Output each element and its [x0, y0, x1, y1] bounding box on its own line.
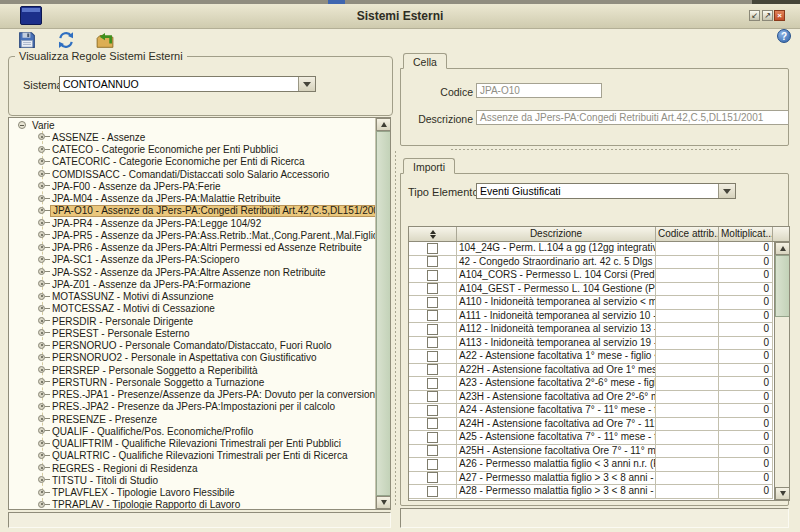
tree-node-icon[interactable] — [38, 427, 50, 435]
table-row[interactable]: A25 - Astensione facoltativa 7° - 11° me… — [409, 431, 789, 445]
table-row[interactable]: A104_GEST - Permesso L. 104 Gestione (Pr… — [409, 283, 789, 297]
tree-node-icon[interactable] — [38, 293, 50, 301]
row-checkbox[interactable] — [427, 391, 438, 402]
table-scrollbar[interactable] — [774, 242, 789, 500]
table-row[interactable]: 104_24G - Perm. L.104 a gg (12gg integra… — [409, 242, 789, 256]
tree-node-icon[interactable] — [38, 317, 50, 325]
row-checkbox[interactable] — [427, 337, 438, 348]
row-checkbox[interactable] — [427, 418, 438, 429]
minimize-button[interactable]: ↙ — [749, 10, 760, 21]
exit-button[interactable] — [95, 31, 115, 51]
tree-node-icon[interactable] — [38, 231, 50, 239]
tree-item[interactable]: JPA-SS2 - Assenze da JPers-PA:Altre Asse… — [9, 266, 374, 278]
table-row[interactable]: A23 - Astensione facoltativa 2°-6° mese … — [409, 377, 789, 391]
tree-node-icon[interactable] — [38, 366, 50, 374]
table-row[interactable]: A26 - Permesso malattia figlio < 3 anni … — [409, 458, 789, 472]
scroll-up-button[interactable] — [376, 118, 391, 131]
title-bar[interactable]: Sistemi Esterni ↙ ↗ × — [0, 4, 800, 29]
row-checkbox[interactable] — [427, 351, 438, 362]
tree-item[interactable]: JPA-O10 - Assenze da JPers-PA:Congedi Re… — [9, 205, 374, 217]
tree-node-icon[interactable] — [38, 268, 50, 276]
row-checkbox[interactable] — [427, 283, 438, 294]
tree-item[interactable]: CATECO - Categorie Economiche per Enti P… — [9, 144, 374, 156]
tree-root-item[interactable]: Varie — [9, 119, 374, 131]
tree-node-icon[interactable] — [38, 280, 50, 288]
tree-item[interactable]: QUALRTRIC - Qualifiche Rilevazioni Trime… — [9, 450, 374, 462]
table-row[interactable]: A23H - Astensione facoltativa ad Ore 2°-… — [409, 391, 789, 405]
tree-item[interactable]: PERSDIR - Personale Dirigente — [9, 315, 374, 327]
tree-item[interactable]: QUALIFTRIM - Qualifiche Rilevazioni Trim… — [9, 438, 374, 450]
tree-node-icon[interactable] — [38, 207, 50, 215]
tree-scrollbar[interactable] — [375, 118, 390, 509]
tipo-elemento-combobox[interactable]: Eventi Giustificati — [476, 183, 736, 199]
tree-node-icon[interactable] — [38, 464, 50, 472]
row-checkbox[interactable] — [427, 378, 438, 389]
tree-item[interactable]: COMDISSACC - Comandati/Distaccati solo S… — [9, 168, 374, 180]
tree-node-icon[interactable] — [38, 305, 50, 313]
descrizione-field[interactable]: Assenze da JPers-PA:Congedi Retribuiti A… — [476, 110, 789, 125]
table-row[interactable]: A104_CORS - Permesso L. 104 Corsi (Prede… — [409, 269, 789, 283]
tree-item[interactable]: JPA-SC1 - Assenze da JPers-PA:Sciopero — [9, 254, 374, 266]
scroll-down-button[interactable] — [775, 487, 789, 500]
tree-node-icon[interactable] — [38, 415, 50, 423]
tree-node-icon[interactable] — [38, 158, 50, 166]
tree-node-icon[interactable] — [38, 342, 50, 350]
tree-node-icon[interactable] — [38, 256, 50, 264]
tree-node-icon[interactable] — [38, 489, 50, 497]
tipo-dropdown-button[interactable] — [718, 184, 735, 198]
tree-node-icon[interactable] — [38, 170, 50, 178]
row-checkbox[interactable] — [427, 472, 438, 483]
row-checkbox[interactable] — [427, 486, 438, 497]
tree-node-icon[interactable] — [38, 146, 50, 154]
row-checkbox[interactable] — [427, 297, 438, 308]
tree-node-icon[interactable] — [38, 244, 50, 252]
tree-item[interactable]: PERSEST - Personale Esterno — [9, 327, 374, 339]
table-row[interactable]: A113 - Inidoneità temporanea al servizio… — [409, 337, 789, 351]
tree-node-icon[interactable] — [38, 403, 50, 411]
tree-item[interactable]: PERSNORUO2 - Personale in Aspettativa co… — [9, 352, 374, 364]
row-checkbox[interactable] — [427, 243, 438, 254]
horizontal-splitter[interactable] — [450, 148, 740, 151]
refresh-button[interactable] — [56, 31, 76, 51]
row-checkbox[interactable] — [427, 270, 438, 281]
row-checkbox[interactable] — [427, 432, 438, 443]
vertical-splitter[interactable] — [394, 150, 397, 506]
table-row[interactable]: A24 - Astensione facoltativa 7° - 11° me… — [409, 404, 789, 418]
tree-item[interactable]: PRESENZE - Presenze — [9, 413, 374, 425]
tree-node-icon[interactable] — [38, 195, 50, 203]
tree-item[interactable]: PERSNORUO - Personale Comandato/Distacca… — [9, 340, 374, 352]
save-button[interactable] — [17, 31, 37, 51]
tree-node-icon[interactable] — [38, 133, 50, 141]
moltiplicatore-column-header[interactable]: Moltiplicat... — [719, 227, 773, 241]
tree-item[interactable]: REGRES - Regioni di Residenza — [9, 462, 374, 474]
tree-item[interactable]: TITSTU - Titoli di Studio — [9, 474, 374, 486]
row-checkbox[interactable] — [427, 405, 438, 416]
tree-node-icon[interactable] — [38, 476, 50, 484]
row-checkbox[interactable] — [427, 445, 438, 456]
tree-node-icon[interactable] — [38, 219, 50, 227]
tree-node-icon[interactable] — [38, 391, 50, 399]
scrollbar-thumb[interactable] — [775, 255, 789, 317]
tree-item[interactable]: MOTCESSAZ - Motivi di Cessazione — [9, 303, 374, 315]
scroll-up-button[interactable] — [775, 242, 789, 255]
tree-node-icon[interactable] — [38, 440, 50, 448]
tree-item[interactable]: JPA-M04 - Assenze da JPers-PA:Malattie R… — [9, 193, 374, 205]
tree-item[interactable]: TPRAPLAV - Tipologie Rapporto di Lavoro — [9, 499, 374, 510]
tab-cella[interactable]: Cella — [403, 53, 447, 69]
maximize-button[interactable]: ↗ — [762, 10, 773, 21]
table-row[interactable]: A112 - Inidoneità temporanea al servizio… — [409, 323, 789, 337]
tree-item[interactable]: PRES.-JPA1 - Presenze/Assenze da JPers-P… — [9, 389, 374, 401]
tree-node-icon[interactable] — [38, 182, 50, 190]
table-row[interactable]: A25H - Astensione facoltativa Ore 7° - 1… — [409, 445, 789, 459]
table-row[interactable]: A28 - Permesso malattia figlio > 3 < 8 a… — [409, 485, 789, 499]
selection-column-header[interactable] — [409, 227, 457, 241]
tree-item[interactable]: MOTASSUNZ - Motivi di Assunzione — [9, 291, 374, 303]
tree-item[interactable]: JPA-PR4 - Assenze da JPers-PA:Legge 104/… — [9, 217, 374, 229]
tree-item[interactable]: PRES.-JPA2 - Presenze da JPers-PA:Impost… — [9, 401, 374, 413]
tree-node-icon[interactable] — [38, 501, 50, 509]
tree-node-icon[interactable] — [38, 452, 50, 460]
tree-collapse-handle-icon[interactable] — [18, 121, 26, 129]
sistema-combobox[interactable]: CONTOANNUO — [59, 76, 316, 92]
scroll-down-button[interactable] — [376, 496, 391, 509]
tab-importi[interactable]: Importi — [403, 158, 455, 174]
